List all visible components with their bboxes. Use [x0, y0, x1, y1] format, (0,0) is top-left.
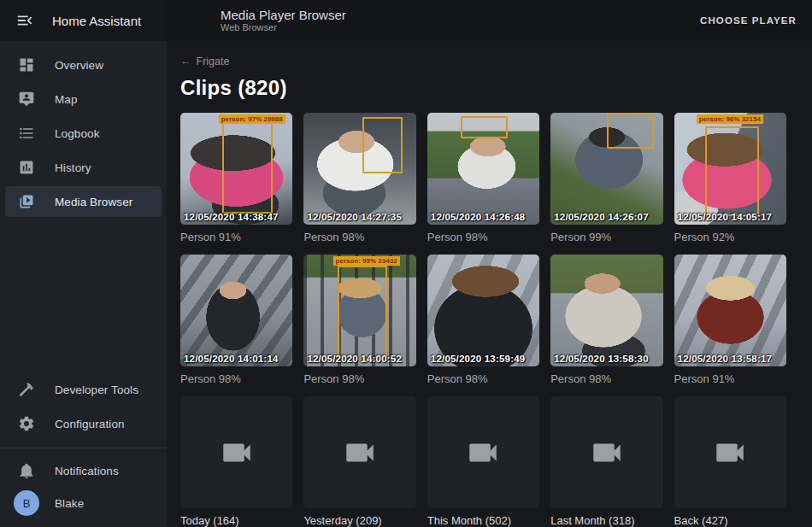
sidebar-footer: Notifications B Blake — [0, 448, 167, 520]
clip-thumbnail: 12/05/2020 13:58:17 — [674, 255, 786, 366]
clip-card[interactable]: person: 96% 32154 12/05/2020 14:05:17 Pe… — [674, 113, 786, 243]
media-browser-content: ← Frigate Clips (820) person: 97% 29988 … — [167, 41, 812, 527]
folder-label: Last Month (318) — [550, 514, 662, 527]
clip-timestamp: 12/05/2020 14:00:52 — [307, 354, 402, 364]
clip-label: Person 98% — [303, 372, 415, 385]
breadcrumb-label: Frigate — [197, 56, 230, 67]
clip-thumbnail: 12/05/2020 13:58:30 — [550, 255, 662, 366]
clip-card[interactable]: 12/05/2020 14:26:07 Person 99% — [550, 113, 662, 243]
sidebar-item-label: Logbook — [55, 127, 100, 140]
detection-label: person: 95% 23432 — [333, 256, 400, 266]
video-icon — [589, 435, 625, 471]
clip-card[interactable]: 12/05/2020 13:59:49 Person 98% — [427, 255, 539, 385]
clip-label: Person 91% — [674, 372, 786, 385]
menu-open-icon[interactable] — [15, 10, 35, 31]
sidebar: Overview Map Logbook History Media Brows… — [0, 41, 167, 527]
folder-card-today[interactable]: Today (164) — [180, 396, 292, 527]
sidebar-spacer — [0, 219, 167, 372]
folder-label: Back (427) — [674, 514, 786, 527]
clip-thumbnail: person: 97% 29988 12/05/2020 14:38:47 — [180, 113, 292, 225]
sidebar-item-overview[interactable]: Overview — [5, 50, 162, 80]
clip-timestamp: 12/05/2020 14:26:48 — [431, 212, 526, 222]
folder-thumbnail — [427, 396, 539, 508]
media-header: Media Player Browser Web Browser CHOOSE … — [167, 0, 812, 41]
clip-card[interactable]: 12/05/2020 14:26:48 Person 98% — [427, 113, 539, 243]
clip-card[interactable]: person: 97% 29988 12/05/2020 14:38:47 Pe… — [180, 113, 292, 243]
sidebar-item-label: Developer Tools — [55, 384, 138, 396]
clip-card[interactable]: 12/05/2020 14:27:35 Person 98% — [303, 113, 415, 243]
folder-thumbnail — [674, 396, 786, 508]
video-icon — [465, 435, 501, 471]
clip-timestamp: 12/05/2020 14:26:07 — [554, 212, 649, 222]
clip-timestamp: 12/05/2020 13:59:49 — [431, 354, 526, 364]
clip-thumbnail: 12/05/2020 14:26:07 — [550, 113, 662, 225]
detection-box — [607, 113, 654, 149]
clip-label: Person 99% — [550, 231, 662, 243]
video-icon — [342, 435, 378, 471]
page-header-subtitle: Web Browser — [221, 22, 346, 33]
clip-timestamp: 12/05/2020 13:58:30 — [554, 354, 649, 364]
sidebar-item-developer-tools[interactable]: Developer Tools — [5, 374, 162, 405]
folder-card-back[interactable]: Back (427) — [674, 396, 786, 527]
page-header-title: Media Player Browser — [221, 8, 346, 22]
clip-card[interactable]: 12/05/2020 13:58:17 Person 91% — [674, 255, 786, 385]
bell-icon — [16, 462, 37, 479]
clip-timestamp: 12/05/2020 13:58:17 — [678, 354, 773, 364]
folder-label: Today (164) — [180, 514, 292, 527]
media-title-block: Media Player Browser Web Browser — [221, 8, 346, 33]
sidebar-header: Home Assistant — [0, 0, 167, 41]
detection-box — [461, 116, 508, 138]
clip-label: Person 91% — [180, 231, 292, 243]
folder-label: Yesterday (209) — [303, 514, 415, 527]
app-title: Home Assistant — [52, 14, 141, 28]
clip-label: Person 98% — [303, 231, 415, 243]
clip-thumbnail: 12/05/2020 14:26:48 — [427, 113, 539, 225]
sidebar-item-media-browser[interactable]: Media Browser — [5, 186, 162, 217]
folder-label: This Month (502) — [427, 514, 539, 527]
folder-thumbnail — [180, 396, 292, 508]
detection-label: person: 96% 32154 — [697, 114, 763, 124]
hammer-icon — [16, 381, 37, 398]
clip-card[interactable]: 12/05/2020 13:58:30 Person 98% — [550, 255, 662, 385]
sidebar-item-history[interactable]: History — [5, 152, 162, 183]
folder-card-this-month[interactable]: This Month (502) — [427, 396, 539, 527]
sidebar-item-configuration[interactable]: Configuration — [5, 408, 162, 439]
sidebar-item-notifications[interactable]: Notifications — [5, 455, 162, 486]
clip-label: Person 98% — [180, 372, 292, 385]
folder-thumbnail — [303, 396, 415, 508]
gear-icon — [16, 415, 37, 432]
clip-timestamp: 12/05/2020 14:27:35 — [307, 212, 402, 222]
clip-timestamp: 12/05/2020 14:05:17 — [678, 212, 773, 222]
map-icon — [16, 91, 37, 108]
page-title: Clips (820) — [180, 76, 786, 100]
sidebar-item-logbook[interactable]: Logbook — [5, 118, 162, 149]
clips-grid: person: 97% 29988 12/05/2020 14:38:47 Pe… — [180, 113, 786, 527]
clip-timestamp: 12/05/2020 14:01:14 — [184, 354, 279, 364]
clip-label: Person 98% — [427, 231, 539, 243]
clip-thumbnail: 12/05/2020 14:01:14 — [180, 255, 292, 366]
clip-thumbnail: 12/05/2020 13:59:49 — [427, 255, 539, 366]
detection-box — [362, 117, 403, 173]
video-icon — [219, 435, 255, 471]
sidebar-item-map[interactable]: Map — [5, 84, 162, 114]
clip-label: Person 98% — [550, 372, 662, 385]
clip-thumbnail: person: 95% 23432 12/05/2020 14:00:52 — [303, 255, 415, 366]
sidebar-item-label: Configuration — [55, 418, 125, 430]
clip-thumbnail: person: 96% 32154 12/05/2020 14:05:17 — [674, 113, 786, 225]
clip-card[interactable]: person: 95% 23432 12/05/2020 14:00:52 Pe… — [303, 255, 415, 385]
choose-player-button[interactable]: CHOOSE PLAYER — [700, 15, 797, 26]
clip-label: Person 92% — [674, 231, 786, 243]
avatar: B — [14, 490, 39, 516]
sidebar-item-label: Overview — [55, 59, 103, 72]
logbook-icon — [16, 125, 37, 142]
clip-card[interactable]: 12/05/2020 14:01:14 Person 98% — [180, 255, 292, 385]
sidebar-item-user[interactable]: B Blake — [5, 488, 162, 518]
dashboard-icon — [16, 56, 37, 73]
clip-timestamp: 12/05/2020 14:38:47 — [184, 212, 279, 222]
folder-thumbnail — [550, 396, 662, 508]
clip-thumbnail: 12/05/2020 14:27:35 — [303, 113, 415, 225]
folder-card-yesterday[interactable]: Yesterday (209) — [303, 396, 415, 527]
sidebar-item-label: Map — [55, 93, 78, 106]
breadcrumb[interactable]: ← Frigate — [180, 56, 229, 67]
folder-card-last-month[interactable]: Last Month (318) — [550, 396, 662, 527]
